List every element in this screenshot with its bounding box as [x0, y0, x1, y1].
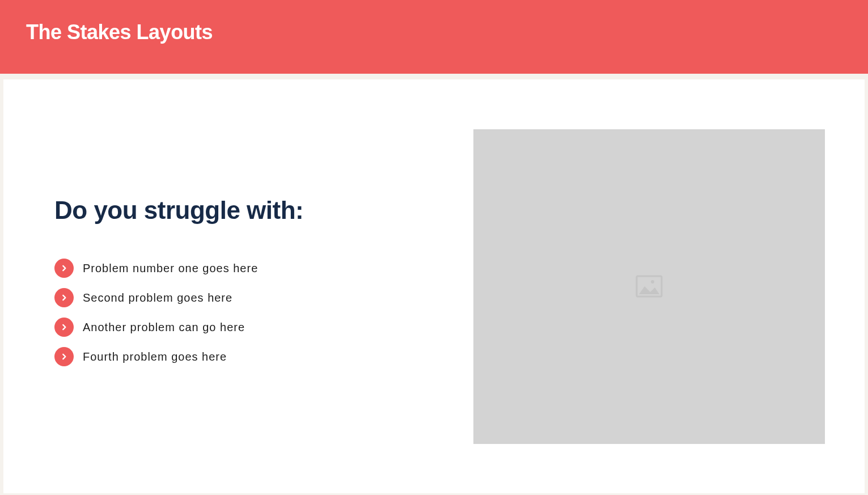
- page-title: The Stakes Layouts: [26, 20, 842, 44]
- chevron-right-icon: [54, 318, 74, 337]
- image-column: [473, 129, 865, 444]
- problem-text: Problem number one goes here: [83, 262, 258, 275]
- chevron-right-icon: [54, 347, 74, 366]
- problem-text: Another problem can go here: [83, 321, 245, 334]
- header-bar: The Stakes Layouts: [0, 0, 868, 74]
- list-item: Another problem can go here: [54, 318, 451, 337]
- main-content: Do you struggle with: Problem number one…: [3, 79, 865, 493]
- list-item: Problem number one goes here: [54, 259, 451, 278]
- problem-list: Problem number one goes here Second prob…: [54, 259, 451, 366]
- list-item: Second problem goes here: [54, 288, 451, 307]
- section-heading: Do you struggle with:: [54, 196, 451, 225]
- problem-text: Fourth problem goes here: [83, 350, 227, 363]
- chevron-right-icon: [54, 288, 74, 307]
- problem-text: Second problem goes here: [83, 291, 232, 304]
- list-item: Fourth problem goes here: [54, 347, 451, 366]
- image-placeholder: [473, 129, 825, 444]
- svg-point-1: [651, 280, 654, 284]
- text-column: Do you struggle with: Problem number one…: [3, 196, 473, 376]
- image-icon: [636, 274, 663, 299]
- chevron-right-icon: [54, 259, 74, 278]
